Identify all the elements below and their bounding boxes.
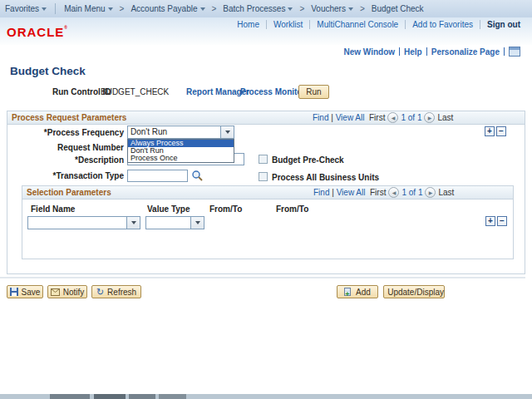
section-title: Process Request Parameters (12, 113, 126, 122)
previous-row-icon[interactable]: ◀ (387, 112, 398, 123)
row-position: 1 of 1 (401, 113, 421, 122)
favorites-label: Favorites (5, 4, 39, 13)
run-control-id-value: BUDGET_CHECK (101, 87, 169, 96)
last-label: Last (437, 113, 453, 122)
multichannel-console-link[interactable]: MultiChannel Console (310, 20, 405, 29)
page-utility-links: New Window Help Personalize Page (343, 47, 520, 57)
save-button[interactable]: Save (7, 285, 43, 298)
process-all-business-units-checkbox[interactable] (259, 172, 268, 181)
request-number-label: Request Number (7, 143, 124, 152)
chevron-down-icon (288, 7, 293, 11)
delete-row-button[interactable]: − (496, 126, 506, 136)
refresh-icon: ↻ (96, 288, 104, 296)
home-link[interactable]: Home (230, 20, 266, 29)
chevron-down-icon (108, 7, 113, 11)
view-all-link[interactable]: View All (336, 113, 365, 122)
help-link[interactable]: Help (404, 47, 422, 57)
oracle-logo: ORACLE® (7, 25, 68, 39)
add-to-favorites-link[interactable]: Add to Favorites (406, 20, 480, 29)
breadcrumb: Favorites Main Menu > Accounts Payable >… (0, 0, 532, 18)
row-position: 1 of 1 (401, 188, 422, 197)
selection-parameters-box: Selection Parameters Find | View All Fir… (22, 185, 514, 259)
previous-row-icon[interactable]: ◀ (388, 187, 399, 198)
dropdown-option-process-once[interactable]: Process Once (128, 155, 234, 162)
page-title: Budget Check (10, 65, 86, 77)
chevron-down-icon (195, 221, 200, 224)
notify-button[interactable]: Notify (47, 285, 87, 298)
find-link[interactable]: Find (313, 188, 329, 197)
refresh-button[interactable]: ↻ Refresh (91, 285, 141, 298)
run-button[interactable]: Run (298, 85, 329, 99)
crumb-separator: > (358, 4, 367, 13)
breadcrumb-item-accounts-payable[interactable]: Accounts Payable (126, 4, 209, 13)
chevron-down-icon (42, 7, 47, 11)
main-menu[interactable]: Main Menu (59, 4, 117, 13)
description-label: *Description (7, 155, 124, 165)
http-grid-icon[interactable] (509, 47, 520, 57)
crumb-separator: > (298, 4, 306, 13)
section-title: Selection Parameters (27, 188, 111, 197)
portal-links: Home Worklist MultiChannel Console Add t… (230, 20, 522, 29)
last-label: Last (438, 188, 454, 197)
worklist-link[interactable]: Worklist (267, 20, 309, 29)
process-all-business-units-label: Process All Business Units (272, 173, 379, 182)
budget-precheck-checkbox[interactable] (259, 155, 268, 164)
delete-row-button[interactable]: − (497, 216, 507, 226)
breadcrumb-current-page: Budget Check (367, 4, 429, 13)
process-frequency-label: *Process Frequency (7, 128, 124, 137)
window-bottom-strip (0, 394, 532, 399)
crumb-separator: > (118, 4, 126, 13)
column-header-from-to-1: From/To (209, 204, 242, 214)
breadcrumb-item-batch-processes[interactable]: Batch Processes (218, 4, 298, 13)
next-row-icon[interactable]: ▶ (425, 187, 436, 198)
content-divider (0, 277, 525, 278)
sign-out-link[interactable]: Sign out (480, 20, 522, 29)
process-request-parameters-box: Process Request Parameters Find | View A… (7, 111, 525, 274)
transaction-type-label: *Transaction Type (7, 171, 124, 180)
budget-precheck-label: Budget Pre-Check (272, 155, 344, 165)
svg-text:+: + (345, 289, 349, 297)
column-header-field-name: Field Name (31, 204, 75, 214)
first-label: First (369, 113, 385, 122)
chevron-down-icon (348, 7, 353, 11)
breadcrumb-divider (55, 3, 56, 14)
add-button[interactable]: + Add (337, 285, 378, 298)
transaction-type-input[interactable] (127, 170, 188, 182)
notify-icon (51, 288, 60, 296)
field-name-select[interactable] (27, 216, 140, 229)
crumb-separator: > (210, 4, 219, 13)
chevron-down-icon (225, 131, 230, 134)
find-link[interactable]: Find (313, 113, 328, 122)
value-type-select[interactable] (145, 216, 204, 229)
breadcrumb-item-vouchers[interactable]: Vouchers (306, 4, 358, 13)
process-frequency-select[interactable]: Don't Run (127, 126, 234, 139)
favorites-menu[interactable]: Favorites (0, 4, 52, 13)
add-row-button[interactable]: + (485, 216, 495, 226)
search-icon[interactable] (191, 170, 203, 181)
add-row-button[interactable]: + (485, 126, 495, 136)
add-icon: + (344, 288, 352, 297)
column-header-value-type: Value Type (147, 204, 190, 214)
update-display-button[interactable]: Update/Display (383, 285, 445, 298)
personalize-page-link[interactable]: Personalize Page (431, 47, 500, 57)
save-icon (10, 288, 18, 296)
chevron-down-icon (131, 221, 136, 224)
new-window-link[interactable]: New Window (343, 47, 395, 57)
first-label: First (370, 188, 386, 197)
next-row-icon[interactable]: ▶ (424, 112, 435, 123)
trademark-mark: ® (64, 25, 68, 30)
process-frequency-dropdown-list: Always Process Don't Run Process Once (127, 139, 234, 163)
chevron-down-icon (200, 7, 205, 11)
budget-check-page: Favorites Main Menu > Accounts Payable >… (0, 0, 532, 399)
view-all-link[interactable]: View All (337, 188, 366, 197)
column-header-from-to-2: From/To (276, 204, 308, 214)
process-monitor-link[interactable]: Process Monitor (240, 87, 305, 96)
